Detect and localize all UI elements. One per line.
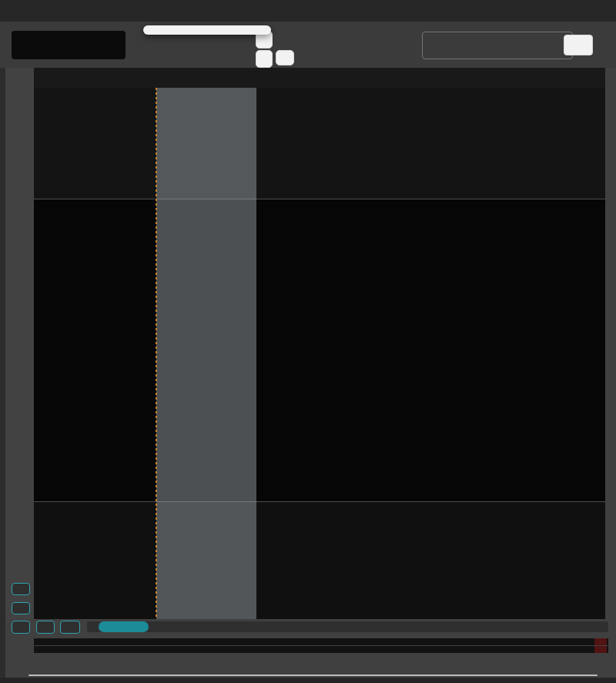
meter-bar-left <box>34 638 608 645</box>
scrollbar-thumb[interactable] <box>99 621 149 632</box>
audio-editor-window <box>0 0 616 683</box>
time-display <box>12 31 126 59</box>
volume-slider[interactable] <box>28 675 598 676</box>
clip-indicator-right <box>594 646 607 653</box>
solo-button[interactable] <box>276 50 294 65</box>
transport-row-2 <box>256 50 294 68</box>
track-bottom-divider <box>34 501 605 502</box>
clip-indicator-left <box>594 638 607 645</box>
timeline-ruler[interactable] <box>34 68 605 88</box>
meter-scale <box>0 654 616 665</box>
selection-info-panel <box>422 32 573 59</box>
meter-bar-right <box>34 646 608 653</box>
zoom-to-range-button[interactable] <box>60 621 80 634</box>
zoom-out-button[interactable] <box>36 621 55 634</box>
waveform-canvas[interactable] <box>34 68 605 619</box>
zoom-in-button[interactable] <box>12 621 30 634</box>
vertical-zoom-out-button[interactable] <box>12 602 30 614</box>
selection-region[interactable] <box>156 88 256 619</box>
clear-selection-button[interactable] <box>564 35 593 55</box>
track-top-divider <box>34 199 605 199</box>
hidden-transport-button-2[interactable] <box>256 50 273 68</box>
horizontal-scrollbar[interactable] <box>87 621 608 632</box>
toolbar <box>0 22 616 68</box>
waveform <box>34 88 605 619</box>
menu-bar <box>0 0 616 22</box>
track-gutter <box>5 68 34 619</box>
left-edge-strip <box>0 68 5 683</box>
vertical-zoom-in-button[interactable] <box>12 583 30 595</box>
effects-dropdown-menu <box>143 25 271 35</box>
playback-cursor[interactable] <box>156 88 157 619</box>
bottom-strip <box>0 678 616 683</box>
